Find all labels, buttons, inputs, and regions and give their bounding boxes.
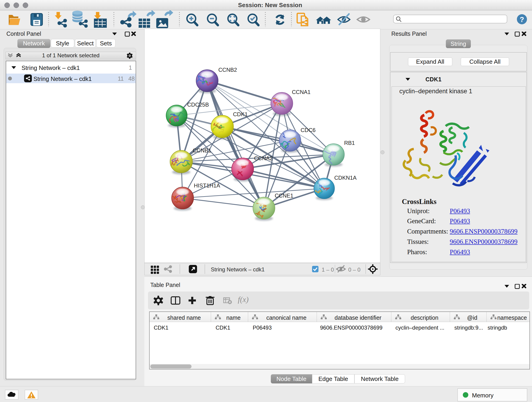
svg-text:CDC25B: CDC25B <box>187 102 209 108</box>
svg-text:RB1: RB1 <box>344 140 355 146</box>
svg-text:CDKN1A: CDKN1A <box>334 175 356 181</box>
svg-text:HIST1H1A: HIST1H1A <box>194 182 220 189</box>
svg-text:CCNE1: CCNE1 <box>275 192 293 199</box>
svg-text:CCNA2: CCNA2 <box>254 155 273 161</box>
svg-text:CDK1: CDK1 <box>233 111 248 117</box>
svg-text:CCNB1: CCNB1 <box>193 147 211 153</box>
svg-text:CDC6: CDC6 <box>301 127 316 133</box>
svg-text:CCNB2: CCNB2 <box>218 67 237 73</box>
svg-text:CCNA1: CCNA1 <box>292 89 310 95</box>
